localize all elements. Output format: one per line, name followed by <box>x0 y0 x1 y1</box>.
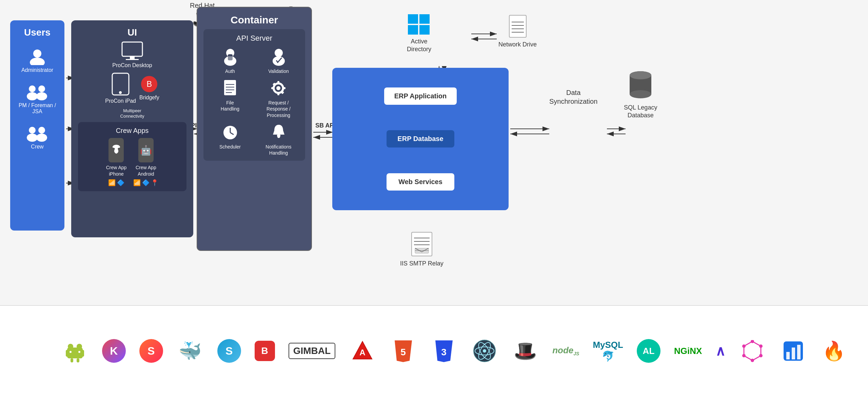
svg-point-45 <box>29 127 36 134</box>
crew-label: Crew <box>31 144 43 150</box>
svg-point-114 <box>742 354 746 357</box>
svg-text:3: 3 <box>441 347 447 357</box>
svg-point-86 <box>630 90 651 98</box>
svg-point-41 <box>29 85 36 92</box>
api-server-box: API Server Auth <box>203 29 305 161</box>
ui-title: UI <box>127 27 137 38</box>
docker-icon: 🐳 <box>177 337 204 364</box>
svg-marker-109 <box>744 341 761 360</box>
svg-rect-50 <box>130 56 135 59</box>
svg-rect-119 <box>797 345 801 359</box>
api-grid: Auth Validation <box>208 47 300 156</box>
svg-point-48 <box>36 134 47 142</box>
svg-point-47 <box>38 127 45 134</box>
svg-point-58 <box>275 49 283 57</box>
file-handling-label: FileHandling <box>221 100 239 112</box>
erp-database: ERP Database <box>387 130 454 147</box>
bridgefy-tech: B <box>255 341 275 361</box>
validation-label: Validation <box>268 68 289 74</box>
user-crew: Crew <box>25 125 49 150</box>
svg-point-46 <box>27 134 38 142</box>
svg-rect-33 <box>419 25 430 35</box>
tablet-icon <box>111 73 130 96</box>
file-icon <box>222 79 238 98</box>
api-notifications: NotificationsHandling <box>257 123 300 156</box>
css3-icon: 3 <box>430 337 457 364</box>
svg-rect-91 <box>66 350 68 357</box>
svg-rect-60 <box>224 80 236 95</box>
bridgefy-label: Bridgefy <box>139 94 159 101</box>
svg-rect-69 <box>271 87 275 89</box>
auth-label: Auth <box>225 68 235 74</box>
firebase-icon: 🔥 <box>820 337 847 364</box>
procon-desktop-section: ProCon Desktop <box>112 41 152 69</box>
svg-point-43 <box>38 85 45 92</box>
container-title: Container <box>231 14 278 26</box>
android-connectivity: 📶🔷📍 <box>133 179 158 186</box>
chart-icon <box>780 337 807 364</box>
network-drive-icon <box>508 14 528 39</box>
smtp-icon <box>410 231 434 258</box>
windows-icon <box>407 14 431 36</box>
crew-apps-box: Crew Apps Crew AppiPhone 📶🔷 <box>78 122 186 191</box>
crew-app-android: 🤖 Crew AppAndroid 📶🔷📍 <box>133 138 158 186</box>
network-drive-label: Network Drive <box>498 41 537 48</box>
api-scheduler: Scheduler <box>208 123 252 156</box>
sql-legacy-label: SQL LegacyDatabase <box>624 104 657 120</box>
svg-point-112 <box>759 354 763 357</box>
svg-rect-70 <box>282 87 285 89</box>
bridgefy-icon: B <box>141 76 157 92</box>
monitor-icon <box>120 41 144 60</box>
pm-label: PM / Foreman / JSA <box>14 102 61 115</box>
swift-alt-icon: S <box>217 339 241 363</box>
svg-point-39 <box>33 50 41 58</box>
multipeer-label: MultipeerConnectivity <box>120 108 144 120</box>
svg-text:5: 5 <box>400 347 406 357</box>
ui-box: UI ProCon Desktop ProCon iPad B Bridgefy <box>71 20 193 237</box>
svg-rect-118 <box>792 348 795 359</box>
svg-point-89 <box>68 344 73 349</box>
svg-point-87 <box>630 71 651 79</box>
redhat-tech-icon: 🎩 <box>512 337 539 364</box>
svg-point-111 <box>759 344 763 348</box>
data-sync-label: DataSynchronization <box>549 88 597 106</box>
svg-rect-34 <box>509 15 526 37</box>
erp-box: ERP Application ERP Database Web Service… <box>332 68 509 210</box>
iis-smtp-label: IIS SMTP Relay <box>400 260 443 268</box>
clock-icon <box>222 123 239 142</box>
crew-apps-row: Crew AppiPhone 📶🔷 🤖 Crew AppAndroid 📶🔷📍 <box>106 138 159 186</box>
svg-point-108 <box>483 349 486 353</box>
iphone-icon <box>108 138 124 162</box>
swift-icon: S <box>139 339 163 363</box>
electron-icon <box>471 337 498 364</box>
svg-point-40 <box>30 58 45 65</box>
erp-application: ERP Application <box>384 87 457 105</box>
gimbal-icon: GIMBAL <box>289 343 335 359</box>
api-validation: Validation <box>257 47 300 74</box>
validation-icon <box>270 47 287 66</box>
active-directory-label: ActiveDirectory <box>407 38 431 54</box>
crew-app-iphone: Crew AppiPhone 📶🔷 <box>106 138 127 186</box>
procon-desktop-label: ProCon Desktop <box>112 62 152 69</box>
admin-label: Administrator <box>21 67 53 73</box>
svg-point-42 <box>27 92 38 100</box>
svg-rect-68 <box>277 92 279 95</box>
android-icon: 🤖 <box>138 138 154 162</box>
android-tech-icon <box>61 337 88 364</box>
mysql-icon: MySQL 🐬 <box>593 340 623 362</box>
iis-smtp-area: IIS SMTP Relay <box>400 231 443 268</box>
svg-rect-88 <box>67 348 83 358</box>
scheduler-label: Scheduler <box>219 144 241 150</box>
sql-legacy-area: SQL LegacyDatabase <box>624 68 657 120</box>
applovin-icon: AL <box>637 339 660 363</box>
graphql-icon <box>739 337 766 364</box>
api-request-response: Request /Response /Processing <box>257 79 300 118</box>
user-admin: Administrator <box>21 48 53 73</box>
admin-icon <box>28 48 47 65</box>
api-auth: Auth <box>208 47 252 74</box>
html5-icon: 5 <box>390 337 417 364</box>
crew-apps-title: Crew Apps <box>116 127 149 135</box>
svg-point-115 <box>742 344 746 348</box>
request-response-label: Request /Response /Processing <box>267 100 291 118</box>
gear-icon <box>269 79 288 98</box>
